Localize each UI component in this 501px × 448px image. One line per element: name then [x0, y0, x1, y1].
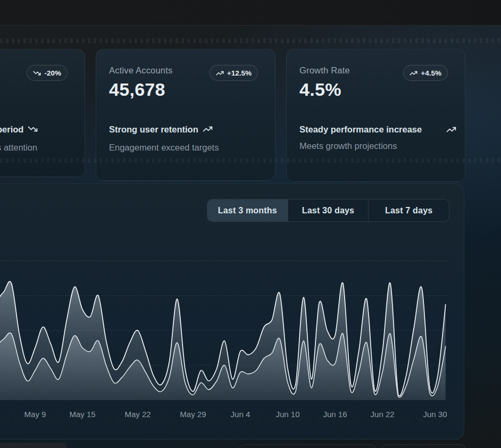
- dotted-divider: [0, 38, 501, 43]
- stat-card-active-accounts: Active Accounts +12.5% 45,678 Strong use…: [96, 49, 275, 181]
- card-footer: Strong user retention Engagement exceed …: [109, 123, 262, 153]
- bottom-partial-button[interactable]: [239, 444, 375, 448]
- x-axis-label: May 29: [180, 410, 206, 419]
- tab-last-7-days[interactable]: Last 7 days: [368, 200, 449, 221]
- card-footer: Steady performance increase Meets growth…: [299, 123, 452, 152]
- x-axis-labels: May 9May 15May 22May 29Jun 4Jun 10Jun 16…: [24, 410, 447, 419]
- x-axis-label: Jun 30: [423, 410, 447, 419]
- x-axis-label: Jun 10: [275, 410, 299, 419]
- x-axis-label: Jun 22: [371, 410, 395, 419]
- x-axis-label: Jun 4: [231, 410, 250, 419]
- trend-badge: +12.5%: [210, 65, 258, 81]
- card-title: Active Accounts: [109, 65, 172, 76]
- badge-label: +4.5%: [421, 69, 441, 77]
- stat-card-growth-rate: Growth Rate +4.5% 4.5% Steady performanc…: [286, 49, 465, 182]
- dashboard-screen: -20% Down 20% this period Acquisition ne…: [0, 0, 501, 448]
- card-footer-primary: Strong user retention: [109, 123, 262, 138]
- trend-badge: -20%: [27, 65, 68, 81]
- time-range-tabs: Last 3 months Last 30 days Last 7 days: [207, 199, 449, 222]
- trending-up-icon: [203, 124, 213, 134]
- card-value: 4.5%: [299, 79, 341, 100]
- trending-up-icon: [446, 125, 456, 135]
- tab-last-3-months[interactable]: Last 3 months: [207, 200, 288, 221]
- trending-down-icon: [33, 69, 41, 77]
- trend-badge: +4.5%: [403, 65, 448, 81]
- top-bar: [0, 0, 501, 26]
- stat-card-new-customers: -20% Down 20% this period Acquisition ne…: [0, 49, 85, 177]
- card-footer-primary: Steady performance increase: [299, 123, 452, 136]
- x-axis-label: May 15: [69, 410, 95, 419]
- x-axis-label: May 9: [24, 410, 46, 419]
- badge-label: +12.5%: [227, 69, 252, 77]
- card-value: 45,678: [109, 79, 165, 100]
- trending-up-icon: [216, 69, 224, 77]
- x-axis-label: May 22: [124, 410, 151, 419]
- badge-label: -20%: [44, 69, 61, 77]
- x-axis-label: Jun 16: [323, 410, 347, 419]
- chart-areas: [0, 281, 446, 400]
- trending-down-icon: [28, 124, 38, 134]
- tab-last-30-days[interactable]: Last 30 days: [288, 200, 369, 221]
- card-title: Growth Rate: [299, 65, 350, 76]
- card-footer-secondary: Engagement exceed targets: [109, 142, 262, 153]
- area-chart[interactable]: May 9May 15May 22May 29Jun 4Jun 10Jun 16…: [0, 240, 449, 424]
- bottom-partial-button[interactable]: [381, 444, 465, 448]
- trending-up-icon: [410, 69, 418, 77]
- bottom-partial-tab[interactable]: [0, 443, 67, 448]
- card-footer-secondary: Meets growth projections: [299, 140, 452, 152]
